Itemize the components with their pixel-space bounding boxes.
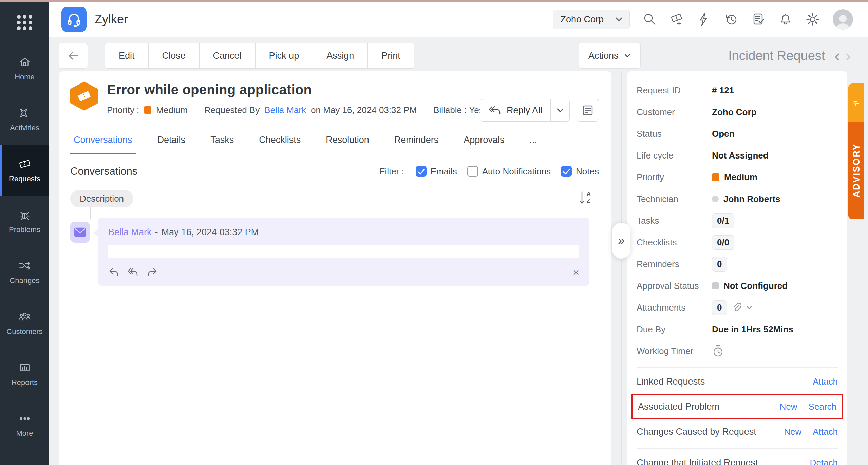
divider: [807, 427, 807, 437]
tab-more[interactable]: ...: [528, 129, 539, 154]
filter-emails: Emails: [416, 166, 457, 177]
sidebar-item-more[interactable]: More: [0, 399, 49, 450]
advisory-body[interactable]: ADVISORY: [848, 122, 864, 219]
previous-record-icon[interactable]: ‹: [834, 47, 840, 64]
paperclip-icon[interactable]: [732, 302, 742, 313]
sidebar: Home Activities Requests Problems Change…: [0, 2, 49, 465]
checklists-count-badge[interactable]: 0/0: [712, 235, 734, 250]
add-request-icon[interactable]: [670, 12, 684, 26]
detail-label: Tasks: [637, 216, 712, 226]
forward-icon[interactable]: [146, 267, 158, 277]
cancel-button[interactable]: Cancel: [199, 43, 256, 69]
stopwatch-icon[interactable]: [712, 345, 724, 357]
app-logo[interactable]: [61, 7, 87, 32]
attachments-count-badge[interactable]: 0: [712, 300, 727, 315]
actions-dropdown-button[interactable]: Actions: [579, 43, 641, 69]
reply-all-icon[interactable]: [127, 267, 139, 277]
print-button[interactable]: Print: [367, 43, 414, 69]
sidebar-item-changes[interactable]: Changes: [0, 247, 49, 298]
attach-link[interactable]: Attach: [813, 427, 838, 437]
detach-link[interactable]: Detach: [810, 458, 838, 465]
feedback-doc-check-icon[interactable]: [751, 12, 766, 26]
detail-row-priority: Priority Medium: [637, 166, 838, 188]
tab-tasks[interactable]: Tasks: [209, 129, 235, 154]
actions-label: Actions: [588, 51, 619, 61]
emails-checkbox[interactable]: [416, 166, 427, 177]
change-initiated-label: Change that Initiated Request: [637, 458, 758, 465]
change-initiated-actions: Detach: [810, 458, 838, 465]
tasks-count-badge[interactable]: 0/1: [712, 213, 734, 228]
user-avatar[interactable]: [833, 9, 853, 30]
next-record-icon[interactable]: ›: [845, 47, 851, 64]
reply-options-button[interactable]: [550, 99, 569, 121]
mail-icon: [74, 227, 87, 238]
conversation-card[interactable]: Bella Mark - May 16, 2024 03:32 PM ×: [98, 218, 589, 286]
new-link[interactable]: New: [784, 427, 801, 437]
settings-gear-icon[interactable]: [806, 12, 820, 26]
requested-by-label: Requested By: [204, 105, 260, 115]
assign-button[interactable]: Assign: [313, 43, 368, 69]
tab-conversations[interactable]: Conversations: [72, 129, 134, 154]
description-chip[interactable]: Description: [70, 190, 133, 207]
notifications-bell-icon[interactable]: [778, 12, 793, 26]
edit-button[interactable]: Edit: [105, 43, 149, 69]
sidebar-item-home[interactable]: Home: [0, 43, 49, 94]
add-note-button[interactable]: [577, 99, 599, 122]
notes-checkbox[interactable]: [561, 166, 572, 177]
tab-approvals[interactable]: Approvals: [462, 129, 506, 154]
detail-label: Approval Status: [637, 281, 712, 291]
message-author-link[interactable]: Bella Mark: [108, 227, 152, 238]
tab-checklists[interactable]: Checklists: [258, 129, 302, 154]
quick-actions-lightning-icon[interactable]: [697, 12, 711, 26]
thread-connector-line: [90, 207, 91, 219]
chevron-down-icon: [624, 54, 631, 58]
header-actions: Zoho Corp: [553, 9, 853, 30]
org-selector[interactable]: Zoho Corp: [553, 10, 630, 29]
pickup-button[interactable]: Pick up: [255, 43, 313, 69]
tab-resolution[interactable]: Resolution: [324, 129, 371, 154]
detail-label: Due By: [637, 324, 712, 335]
sidebar-item-activities[interactable]: Activities: [0, 94, 49, 145]
tab-reminders[interactable]: Reminders: [393, 129, 440, 154]
reply-icon[interactable]: [108, 267, 120, 277]
requested-on: on May 16, 2024 03:32 PM: [311, 105, 417, 115]
sidebar-item-requests[interactable]: Requests: [0, 145, 49, 196]
activities-icon: [19, 107, 31, 119]
panel-collapse-toggle[interactable]: »: [612, 223, 630, 259]
request-properties-panel: Request ID # 121 Customer Zoho Corp Stat…: [627, 71, 847, 465]
search-icon[interactable]: [643, 12, 657, 26]
associated-problem-highlight: Associated Problem New Search: [631, 394, 843, 419]
chevron-down-icon[interactable]: [747, 306, 752, 309]
section-divider: [637, 448, 838, 449]
sidebar-item-reports[interactable]: Reports: [0, 349, 49, 399]
detail-label: Technician: [637, 194, 712, 204]
back-button[interactable]: [59, 43, 88, 69]
advisory-expand-button[interactable]: «: [848, 83, 864, 122]
page-title-cluster: Incident Request ‹ ›: [728, 43, 851, 69]
close-icon[interactable]: ×: [573, 267, 579, 278]
sidebar-item-customers[interactable]: Customers: [0, 298, 49, 349]
auto-notifications-checkbox[interactable]: [467, 166, 478, 177]
tab-label: Approvals: [464, 135, 504, 145]
filter-notes: Notes: [561, 166, 599, 177]
search-link[interactable]: Search: [809, 402, 836, 412]
sidebar-item-problems[interactable]: Problems: [0, 196, 49, 247]
attach-link[interactable]: Attach: [813, 376, 838, 387]
detail-label: Status: [637, 129, 712, 139]
tab-details[interactable]: Details: [156, 129, 187, 154]
request-tabs: Conversations Details Tasks Checklists R…: [70, 129, 599, 154]
conversations-header: Conversations Filter : Emails Auto Notif…: [70, 165, 599, 178]
requests-ticket-icon: [19, 158, 31, 170]
close-request-button[interactable]: Close: [148, 43, 200, 69]
history-icon[interactable]: [724, 12, 738, 26]
new-link[interactable]: New: [780, 402, 797, 412]
request-title: Error while opening application: [107, 82, 484, 97]
detail-value: Medium: [712, 172, 757, 183]
tab-label: Checklists: [259, 135, 301, 145]
reply-all-button[interactable]: Reply All: [480, 99, 550, 121]
requester-link[interactable]: Bella Mark: [264, 105, 306, 115]
sort-button[interactable]: AZ: [579, 190, 591, 205]
app-launcher-button[interactable]: [0, 2, 49, 43]
reminders-count-badge[interactable]: 0: [712, 257, 727, 272]
billable-value: Billable : Yes: [433, 105, 483, 115]
